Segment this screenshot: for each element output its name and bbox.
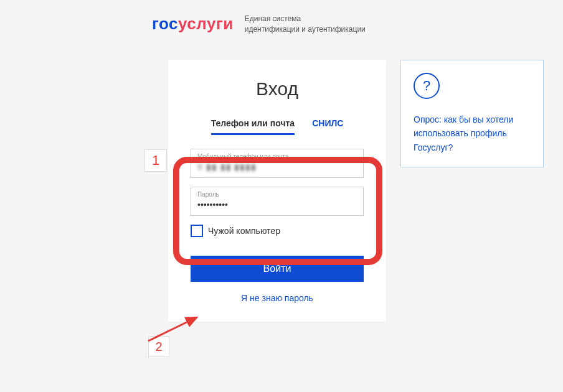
header-subtitle-line2: идентификации и аутентификации: [245, 24, 366, 35]
header-subtitle: Единая система идентификации и аутентифи…: [245, 14, 366, 35]
tab-snils[interactable]: СНИЛС: [312, 118, 343, 135]
password-input-label: Пароль: [197, 191, 357, 198]
question-icon: ?: [414, 73, 440, 99]
survey-link[interactable]: Опрос: как бы вы хотели использовать про…: [414, 113, 531, 154]
survey-card: ? Опрос: как бы вы хотели использовать п…: [400, 60, 544, 167]
foreign-pc-checkbox[interactable]: [191, 225, 203, 237]
login-tabs: Телефон или почта СНИЛС: [168, 118, 386, 135]
annotation-badge-2: 2: [148, 336, 169, 357]
phone-input-group[interactable]: Мобильный телефон или почта 9 ▮▮ ▮▮ ▮▮▮▮: [191, 149, 364, 178]
annotation-badge-1: 1: [144, 149, 167, 172]
password-input[interactable]: ••••••••••: [197, 198, 357, 212]
tab-phone-email[interactable]: Телефон или почта: [211, 118, 295, 135]
logo-part-1: гос: [152, 14, 178, 33]
login-title: Вход: [168, 78, 386, 100]
header-subtitle-line1: Единая система: [245, 14, 366, 24]
login-card: Вход Телефон или почта СНИЛС Мобильный т…: [168, 60, 386, 322]
phone-input-label: Мобильный телефон или почта: [197, 153, 357, 160]
login-button[interactable]: Войти: [191, 256, 364, 282]
forgot-password-link[interactable]: Я не знаю пароль: [168, 293, 386, 303]
logo: госуслуги: [152, 14, 234, 34]
phone-input[interactable]: 9 ▮▮ ▮▮ ▮▮▮▮: [197, 160, 357, 174]
foreign-pc-row: Чужой компьютер: [191, 225, 364, 237]
password-input-group[interactable]: Пароль ••••••••••: [191, 187, 364, 216]
logo-part-2: услуги: [178, 14, 234, 33]
foreign-pc-label: Чужой компьютер: [208, 226, 280, 236]
site-header: госуслуги Единая система идентификации и…: [152, 14, 366, 35]
